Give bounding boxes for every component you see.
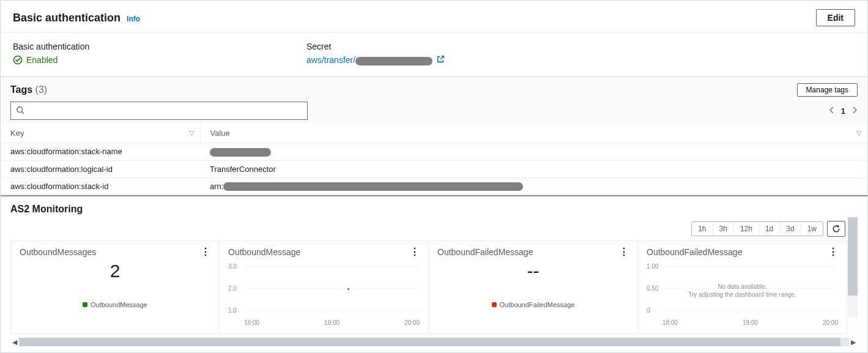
no-data-message: No data available.Try adjusting the dash… [647,263,838,318]
sort-caret-icon: ▽ [856,129,861,137]
chart-menu-button[interactable]: ⋮ [410,247,420,257]
range-12h-button[interactable]: 12h [734,222,759,236]
tags-table: Key▽ Value▽ aws:cloudformation:stack-nam… [1,124,867,195]
tag-value: TransferConnector [200,160,867,177]
secret-label: Secret [306,42,600,51]
x-tick-label: 20:00 [404,319,420,326]
basic-auth-body: Basic authentication Enabled Secret aws/… [1,33,867,76]
tag-key: aws:cloudformation:logical-id [1,160,200,177]
charts-row: OutboundMessages⋮2OutboundMessageOutboun… [10,240,858,334]
tag-key: aws:cloudformation:stack-name [1,143,200,161]
y-tick-label: 1.0 [228,307,237,313]
x-tick-label: 19:00 [324,319,339,326]
redacted-text [210,148,271,157]
legend-color-icon [83,302,87,307]
scroll-right-button[interactable]: ▶ [849,338,858,346]
chart-card: OutboundMessage⋮3.02.01.018:0019:0020:00 [220,240,429,334]
x-axis: 18:0019:0020:00 [662,319,838,326]
x-tick-label: 19:00 [743,319,758,326]
tags-title-text: Tags [10,84,32,95]
metric-value: -- [437,261,629,281]
chart-legend: OutboundMessage [20,301,210,308]
chart-card: OutboundFailedMessage⋮1.000.500No data a… [638,240,847,334]
redacted-text [355,57,432,65]
table-row: aws:cloudformation:logical-idTransferCon… [1,160,867,177]
edit-button[interactable]: Edit [816,9,855,26]
tags-count: (3) [35,84,48,95]
scrollbar-thumb[interactable] [19,338,840,346]
legend-label: OutboundMessage [91,301,147,308]
tags-search-input[interactable] [28,106,302,116]
chart-menu-button[interactable]: ⋮ [828,247,838,257]
search-icon [16,106,24,116]
tags-panel: Tags (3) Manage tags 1 [1,76,867,195]
redacted-text [223,182,523,191]
chart-card: OutboundFailedMessage⋮--OutboundFailedMe… [429,240,638,334]
y-tick-label: 2.0 [228,284,237,291]
manage-tags-button[interactable]: Manage tags [797,83,858,97]
tag-key: aws:cloudformation:stack-id [1,177,200,195]
legend-color-icon [492,302,497,307]
tag-value [200,143,867,161]
legend-label: OutboundFailedMessage [500,301,575,308]
chart-menu-button[interactable]: ⋮ [619,247,629,257]
prev-page-button[interactable] [829,106,835,116]
data-point [347,288,349,290]
x-tick-label: 18:00 [662,319,678,326]
time-range-group: 1h3h12h1d3d1w [691,221,823,236]
scroll-left-button[interactable]: ◀ [10,338,19,346]
range-1d-button[interactable]: 1d [759,222,780,236]
chart-card: OutboundMessages⋮2OutboundMessage [10,240,220,334]
next-page-button[interactable] [851,106,858,116]
table-row: aws:cloudformation:stack-idarn: [1,177,867,195]
mini-chart: 1.000.500No data available.Try adjusting… [647,263,838,318]
tags-col-value[interactable]: Value▽ [200,124,867,143]
monitoring-title: AS2 Monitoring [1,196,867,217]
metric-value: 2 [20,261,210,281]
sort-caret-icon: ▽ [189,129,194,137]
refresh-button[interactable] [827,221,845,237]
grid-line [244,288,420,289]
tags-col-key[interactable]: Key▽ [1,124,200,143]
secret-prefix: aws/transfer/ [306,55,355,65]
chart-title: OutboundMessage [228,247,300,257]
secret-link[interactable]: aws/transfer/ [306,55,432,65]
range-1w-button[interactable]: 1w [801,222,823,236]
svg-point-1 [17,106,23,112]
tag-value: arn: [200,177,867,195]
scrollbar-track[interactable] [19,338,849,346]
chart-title: OutboundFailedMessage [437,247,533,257]
chart-title: OutboundFailedMessage [647,247,742,257]
x-tick-label: 18:00 [244,319,259,326]
x-tick-label: 20:00 [823,319,838,326]
basic-auth-title: Basic authentication [13,12,121,24]
mini-chart: 3.02.01.0 [228,263,420,318]
grid-line [244,266,420,267]
y-tick-label: 3.0 [228,262,237,269]
chart-menu-button[interactable]: ⋮ [201,247,210,257]
page-number: 1 [841,106,845,116]
x-axis: 18:0019:0020:00 [244,319,420,326]
vertical-scrollbar[interactable] [848,217,858,318]
monitoring-panel: AS2 Monitoring 1h3h12h1d3d1w OutboundMes… [1,195,867,346]
chart-title: OutboundMessages [20,247,96,257]
range-1h-button[interactable]: 1h [692,222,713,236]
horizontal-scrollbar[interactable]: ◀ ▶ [10,338,858,346]
status-text: Enabled [26,55,57,65]
grid-line [244,310,420,311]
tags-search[interactable] [10,102,308,120]
table-row: aws:cloudformation:stack-name [1,143,867,161]
scrollbar-thumb[interactable] [848,217,858,295]
range-3h-button[interactable]: 3h [713,222,734,236]
check-circle-icon [13,55,23,65]
tags-title: Tags (3) [10,84,47,95]
basic-auth-status-label: Basic authentication [13,42,306,51]
basic-auth-status: Enabled [13,55,306,65]
range-3d-button[interactable]: 3d [780,222,801,236]
tags-pagination: 1 [829,106,858,116]
external-link-icon[interactable] [436,55,445,65]
basic-auth-header: Basic authentication Info Edit [1,1,867,33]
chart-legend: OutboundFailedMessage [437,301,629,308]
info-link[interactable]: Info [127,15,140,23]
